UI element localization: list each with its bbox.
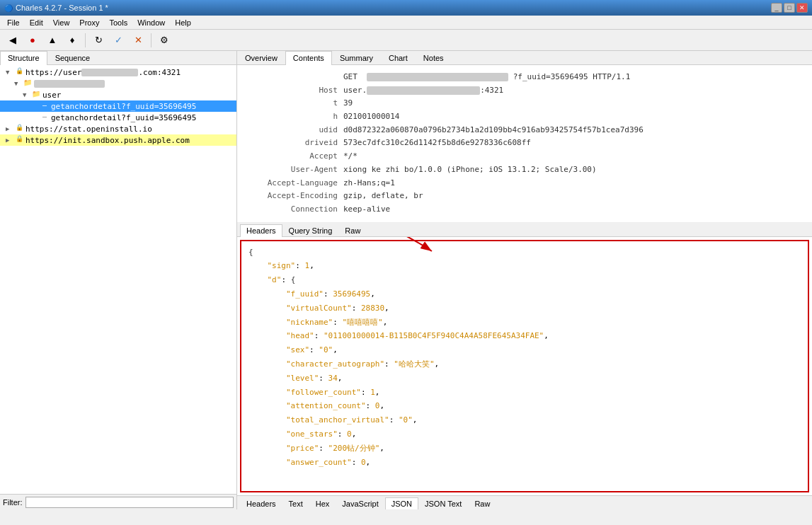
https-icon-6: 🔒	[14, 124, 24, 134]
expander-6[interactable]: ▶	[6, 125, 14, 132]
tab-sequence[interactable]: Sequence	[47, 51, 98, 64]
header-key-method	[246, 71, 338, 84]
bottomtab-text[interactable]: Text	[282, 497, 309, 509]
header-value-host: user.:4321	[343, 84, 503, 98]
json-content-area[interactable]: { "sign": 1, "d": { "f_uuid": 35696495, …	[240, 240, 809, 492]
tree-node-5[interactable]: — getanchordetail?f_uuid=35696495	[0, 112, 236, 123]
bottomtab-javascript[interactable]: JavaScript	[336, 497, 384, 509]
url-suffix: ?f_uuid=35696495 HTTP/1.1	[513, 72, 631, 81]
node-text-7: https://init.sandbox.push.apple.com	[25, 136, 190, 145]
menu-tools[interactable]: Tools	[105, 18, 132, 28]
expander-4	[31, 103, 40, 110]
window-title: Charles 4.2.7 - Session 1 *	[16, 4, 108, 12]
header-key-host: Host	[246, 84, 338, 98]
expander-5	[31, 114, 40, 121]
toolbar-separator-2	[151, 33, 151, 47]
toolbar-clear-button[interactable]: ✕	[130, 32, 147, 49]
json-line-10: "level": 34,	[248, 371, 801, 386]
json-line-4: "f_uuid": 35696495,	[248, 287, 801, 301]
tab-notes[interactable]: Notes	[416, 51, 452, 64]
toolbar-check-button[interactable]: ✓	[110, 32, 127, 49]
menu-view[interactable]: View	[49, 18, 74, 28]
main-container: Structure Sequence ▼ 🔒 https://user.com:…	[0, 51, 812, 509]
header-row-connection: Connection keep-alive	[246, 203, 804, 217]
minimize-button[interactable]: _	[771, 3, 782, 13]
header-value-acceptenc: gzip, deflate, br	[343, 190, 423, 203]
node-text-4: getanchordetail?f_uuid=35696495	[51, 102, 196, 111]
header-value-method: GET ?f_uuid=35696495 HTTP/1.1	[343, 71, 630, 84]
tree-node-4[interactable]: — getanchordetail?f_uuid=35696495	[0, 100, 236, 112]
expander-1[interactable]: ▼	[6, 69, 14, 76]
filter-input[interactable]	[25, 497, 234, 508]
url-blurred	[367, 73, 508, 81]
toolbar-breakpoint-button[interactable]: ♦	[64, 32, 81, 49]
bottomtab-jsontext[interactable]: JSON Text	[418, 497, 468, 509]
right-panel-inner: Overview Contents Summary Chart Notes GE…	[237, 51, 812, 509]
header-row-accept: Accept */*	[246, 150, 804, 163]
request-icon-5: —	[40, 112, 50, 122]
tree-container[interactable]: ▼ 🔒 https://user.com:4321 ▼ 📁 ▼ 📁 user	[0, 65, 236, 494]
bottomtab-hex[interactable]: Hex	[309, 497, 336, 509]
header-row-t: t 39	[246, 97, 804, 110]
folder-icon-3: 📁	[31, 90, 41, 100]
expander-7[interactable]: ▶	[6, 137, 14, 144]
tree-node-7[interactable]: ▶ 🔒 https://init.sandbox.push.apple.com	[0, 134, 236, 146]
left-panel: Structure Sequence ▼ 🔒 https://user.com:…	[0, 51, 237, 509]
tab-structure[interactable]: Structure	[0, 51, 47, 65]
left-panel-tabs: Structure Sequence	[0, 51, 236, 65]
tab-overview[interactable]: Overview	[237, 51, 285, 64]
header-value-driveid: 573ec7dfc310c26d1142f5b8d6e9278336c608ff	[343, 137, 531, 150]
expander-3[interactable]: ▼	[23, 91, 31, 98]
json-line-11: "follower_count": 1,	[248, 386, 801, 400]
right-panel: Overview Contents Summary Chart Notes GE…	[237, 51, 812, 509]
tab-contents[interactable]: Contents	[285, 51, 332, 65]
close-button[interactable]: ✕	[796, 3, 808, 13]
json-line-6: "nickname": "嘻嘻嘻嘻",	[248, 316, 801, 330]
header-row-acceptenc: Accept-Encoding gzip, deflate, br	[246, 190, 804, 203]
toolbar-throttle-button[interactable]: ▲	[44, 32, 61, 49]
toolbar-record-button[interactable]: ●	[24, 32, 41, 49]
header-row-udid: udid d0d872322a060870a0796b2734b1a2d109b…	[246, 124, 804, 137]
json-line-13: "total_anchor_virtual": "0",	[248, 413, 801, 427]
subtab-querystring[interactable]: Query String	[282, 224, 339, 236]
menu-bar: File Edit View Proxy Tools Window Help	[0, 16, 812, 30]
toolbar-refresh-button[interactable]: ↻	[90, 32, 107, 49]
toolbar-separator-1	[85, 33, 86, 47]
header-key-acceptlang: Accept-Language	[246, 177, 338, 190]
tab-chart[interactable]: Chart	[381, 51, 416, 64]
header-value-connection: keep-alive	[343, 203, 390, 217]
maximize-button[interactable]: □	[784, 3, 795, 13]
json-line-14: "one_stars": 0,	[248, 427, 801, 442]
header-row-method: GET ?f_uuid=35696495 HTTP/1.1	[246, 71, 804, 84]
node-text-5: getanchordetail?f_uuid=35696495	[51, 113, 196, 122]
bottomtab-json[interactable]: JSON	[385, 497, 418, 509]
subtab-headers[interactable]: Headers	[240, 224, 282, 237]
bottomtab-headers[interactable]: Headers	[240, 497, 282, 509]
menu-window[interactable]: Window	[133, 18, 169, 28]
node-text-6: https://stat.openinstall.io	[25, 125, 152, 134]
bottom-tabs: Headers Text Hex JavaScript JSON JSON Te…	[237, 495, 812, 509]
header-key-useragent: User-Agent	[246, 163, 338, 177]
expander-2[interactable]: ▼	[14, 80, 23, 87]
menu-file[interactable]: File	[3, 18, 24, 28]
https-icon-7: 🔒	[14, 135, 24, 145]
method-text: GET	[343, 72, 362, 81]
menu-proxy[interactable]: Proxy	[75, 18, 103, 28]
header-row-host: Host user.:4321	[246, 84, 804, 98]
menu-help[interactable]: Help	[171, 18, 195, 28]
toolbar-settings-button[interactable]: ⚙	[156, 32, 173, 49]
tree-node-6[interactable]: ▶ 🔒 https://stat.openinstall.io	[0, 123, 236, 134]
subtab-raw[interactable]: Raw	[338, 224, 367, 236]
tree-node-2[interactable]: ▼ 📁	[0, 78, 236, 89]
header-key-driveid: driveid	[246, 137, 338, 150]
bottomtab-raw[interactable]: Raw	[468, 497, 496, 509]
content-tabs: Overview Contents Summary Chart Notes	[237, 51, 812, 65]
https-icon-1: 🔒	[14, 67, 24, 77]
toolbar-back-button[interactable]: ◀	[4, 32, 21, 49]
sub-tabs: Headers Query String Raw	[237, 223, 812, 237]
header-key-accept: Accept	[246, 150, 338, 163]
menu-edit[interactable]: Edit	[25, 18, 47, 28]
tree-node-1[interactable]: ▼ 🔒 https://user.com:4321	[0, 67, 236, 78]
tree-node-3[interactable]: ▼ 📁 user	[0, 89, 236, 100]
tab-summary[interactable]: Summary	[332, 51, 381, 64]
